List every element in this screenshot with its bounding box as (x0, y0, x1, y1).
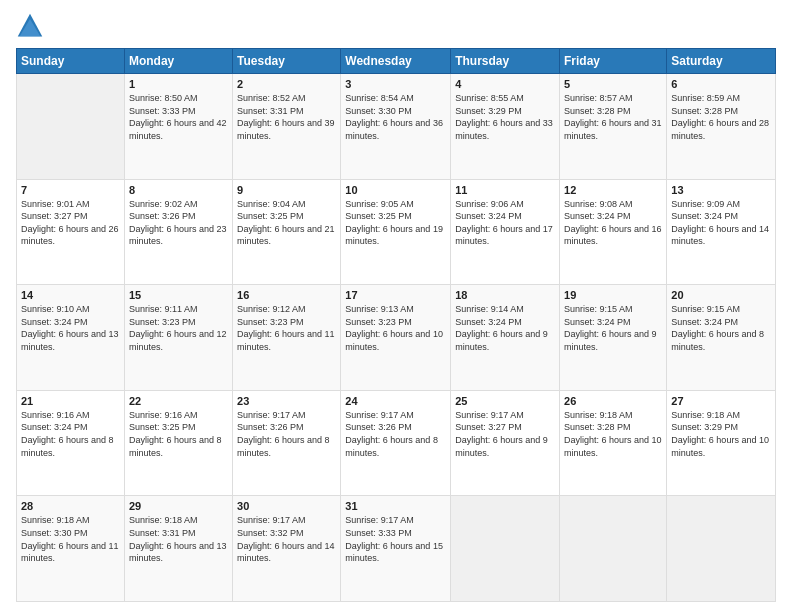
day-cell: 29 Sunrise: 9:18 AMSunset: 3:31 PMDaylig… (124, 496, 232, 602)
day-number: 15 (129, 289, 228, 301)
day-number: 20 (671, 289, 771, 301)
day-info: Sunrise: 9:18 AMSunset: 3:28 PMDaylight:… (564, 409, 662, 459)
day-cell: 26 Sunrise: 9:18 AMSunset: 3:28 PMDaylig… (560, 390, 667, 496)
day-info: Sunrise: 8:50 AMSunset: 3:33 PMDaylight:… (129, 92, 228, 142)
day-number: 21 (21, 395, 120, 407)
day-cell: 21 Sunrise: 9:16 AMSunset: 3:24 PMDaylig… (17, 390, 125, 496)
day-number: 27 (671, 395, 771, 407)
day-info: Sunrise: 8:57 AMSunset: 3:28 PMDaylight:… (564, 92, 662, 142)
day-cell: 22 Sunrise: 9:16 AMSunset: 3:25 PMDaylig… (124, 390, 232, 496)
week-row-5: 28 Sunrise: 9:18 AMSunset: 3:30 PMDaylig… (17, 496, 776, 602)
day-number: 1 (129, 78, 228, 90)
day-info: Sunrise: 9:04 AMSunset: 3:25 PMDaylight:… (237, 198, 336, 248)
day-number: 18 (455, 289, 555, 301)
day-info: Sunrise: 9:17 AMSunset: 3:32 PMDaylight:… (237, 514, 336, 564)
day-info: Sunrise: 9:17 AMSunset: 3:33 PMDaylight:… (345, 514, 446, 564)
day-cell: 31 Sunrise: 9:17 AMSunset: 3:33 PMDaylig… (341, 496, 451, 602)
calendar-header-row: SundayMondayTuesdayWednesdayThursdayFrid… (17, 49, 776, 74)
day-cell: 14 Sunrise: 9:10 AMSunset: 3:24 PMDaylig… (17, 285, 125, 391)
day-cell: 18 Sunrise: 9:14 AMSunset: 3:24 PMDaylig… (451, 285, 560, 391)
day-number: 14 (21, 289, 120, 301)
header-thursday: Thursday (451, 49, 560, 74)
day-info: Sunrise: 9:12 AMSunset: 3:23 PMDaylight:… (237, 303, 336, 353)
day-info: Sunrise: 9:06 AMSunset: 3:24 PMDaylight:… (455, 198, 555, 248)
day-cell: 30 Sunrise: 9:17 AMSunset: 3:32 PMDaylig… (233, 496, 341, 602)
day-cell: 2 Sunrise: 8:52 AMSunset: 3:31 PMDayligh… (233, 74, 341, 180)
calendar: SundayMondayTuesdayWednesdayThursdayFrid… (16, 48, 776, 602)
day-cell: 9 Sunrise: 9:04 AMSunset: 3:25 PMDayligh… (233, 179, 341, 285)
day-cell: 10 Sunrise: 9:05 AMSunset: 3:25 PMDaylig… (341, 179, 451, 285)
day-number: 22 (129, 395, 228, 407)
day-cell: 25 Sunrise: 9:17 AMSunset: 3:27 PMDaylig… (451, 390, 560, 496)
day-cell: 11 Sunrise: 9:06 AMSunset: 3:24 PMDaylig… (451, 179, 560, 285)
day-cell: 4 Sunrise: 8:55 AMSunset: 3:29 PMDayligh… (451, 74, 560, 180)
day-cell (560, 496, 667, 602)
week-row-3: 14 Sunrise: 9:10 AMSunset: 3:24 PMDaylig… (17, 285, 776, 391)
page: SundayMondayTuesdayWednesdayThursdayFrid… (0, 0, 792, 612)
day-cell (451, 496, 560, 602)
day-info: Sunrise: 9:15 AMSunset: 3:24 PMDaylight:… (671, 303, 771, 353)
day-number: 2 (237, 78, 336, 90)
logo (16, 12, 48, 40)
day-number: 23 (237, 395, 336, 407)
day-cell: 13 Sunrise: 9:09 AMSunset: 3:24 PMDaylig… (667, 179, 776, 285)
day-number: 3 (345, 78, 446, 90)
day-cell: 19 Sunrise: 9:15 AMSunset: 3:24 PMDaylig… (560, 285, 667, 391)
day-info: Sunrise: 9:18 AMSunset: 3:31 PMDaylight:… (129, 514, 228, 564)
header-saturday: Saturday (667, 49, 776, 74)
day-cell: 1 Sunrise: 8:50 AMSunset: 3:33 PMDayligh… (124, 74, 232, 180)
day-number: 12 (564, 184, 662, 196)
day-info: Sunrise: 8:52 AMSunset: 3:31 PMDaylight:… (237, 92, 336, 142)
day-number: 8 (129, 184, 228, 196)
day-number: 25 (455, 395, 555, 407)
header-tuesday: Tuesday (233, 49, 341, 74)
day-info: Sunrise: 8:55 AMSunset: 3:29 PMDaylight:… (455, 92, 555, 142)
day-number: 30 (237, 500, 336, 512)
day-number: 28 (21, 500, 120, 512)
day-info: Sunrise: 9:08 AMSunset: 3:24 PMDaylight:… (564, 198, 662, 248)
day-info: Sunrise: 8:54 AMSunset: 3:30 PMDaylight:… (345, 92, 446, 142)
day-cell: 15 Sunrise: 9:11 AMSunset: 3:23 PMDaylig… (124, 285, 232, 391)
day-cell: 17 Sunrise: 9:13 AMSunset: 3:23 PMDaylig… (341, 285, 451, 391)
day-info: Sunrise: 9:05 AMSunset: 3:25 PMDaylight:… (345, 198, 446, 248)
day-number: 5 (564, 78, 662, 90)
header-monday: Monday (124, 49, 232, 74)
day-info: Sunrise: 9:18 AMSunset: 3:30 PMDaylight:… (21, 514, 120, 564)
day-info: Sunrise: 9:13 AMSunset: 3:23 PMDaylight:… (345, 303, 446, 353)
day-number: 26 (564, 395, 662, 407)
day-info: Sunrise: 9:17 AMSunset: 3:27 PMDaylight:… (455, 409, 555, 459)
day-number: 31 (345, 500, 446, 512)
header (16, 12, 776, 40)
day-number: 16 (237, 289, 336, 301)
day-cell: 20 Sunrise: 9:15 AMSunset: 3:24 PMDaylig… (667, 285, 776, 391)
day-info: Sunrise: 9:15 AMSunset: 3:24 PMDaylight:… (564, 303, 662, 353)
day-cell: 27 Sunrise: 9:18 AMSunset: 3:29 PMDaylig… (667, 390, 776, 496)
header-sunday: Sunday (17, 49, 125, 74)
day-info: Sunrise: 9:14 AMSunset: 3:24 PMDaylight:… (455, 303, 555, 353)
day-number: 4 (455, 78, 555, 90)
week-row-1: 1 Sunrise: 8:50 AMSunset: 3:33 PMDayligh… (17, 74, 776, 180)
day-number: 7 (21, 184, 120, 196)
day-number: 6 (671, 78, 771, 90)
day-cell (17, 74, 125, 180)
day-number: 13 (671, 184, 771, 196)
day-info: Sunrise: 9:01 AMSunset: 3:27 PMDaylight:… (21, 198, 120, 248)
day-cell: 24 Sunrise: 9:17 AMSunset: 3:26 PMDaylig… (341, 390, 451, 496)
day-cell: 23 Sunrise: 9:17 AMSunset: 3:26 PMDaylig… (233, 390, 341, 496)
calendar-table: SundayMondayTuesdayWednesdayThursdayFrid… (16, 48, 776, 602)
day-cell: 6 Sunrise: 8:59 AMSunset: 3:28 PMDayligh… (667, 74, 776, 180)
day-number: 10 (345, 184, 446, 196)
day-cell: 8 Sunrise: 9:02 AMSunset: 3:26 PMDayligh… (124, 179, 232, 285)
day-info: Sunrise: 9:18 AMSunset: 3:29 PMDaylight:… (671, 409, 771, 459)
day-info: Sunrise: 9:16 AMSunset: 3:25 PMDaylight:… (129, 409, 228, 459)
logo-icon (16, 12, 44, 40)
header-wednesday: Wednesday (341, 49, 451, 74)
day-cell: 16 Sunrise: 9:12 AMSunset: 3:23 PMDaylig… (233, 285, 341, 391)
day-cell: 28 Sunrise: 9:18 AMSunset: 3:30 PMDaylig… (17, 496, 125, 602)
day-cell: 7 Sunrise: 9:01 AMSunset: 3:27 PMDayligh… (17, 179, 125, 285)
day-cell: 12 Sunrise: 9:08 AMSunset: 3:24 PMDaylig… (560, 179, 667, 285)
day-info: Sunrise: 9:09 AMSunset: 3:24 PMDaylight:… (671, 198, 771, 248)
day-number: 11 (455, 184, 555, 196)
day-info: Sunrise: 9:17 AMSunset: 3:26 PMDaylight:… (345, 409, 446, 459)
header-friday: Friday (560, 49, 667, 74)
